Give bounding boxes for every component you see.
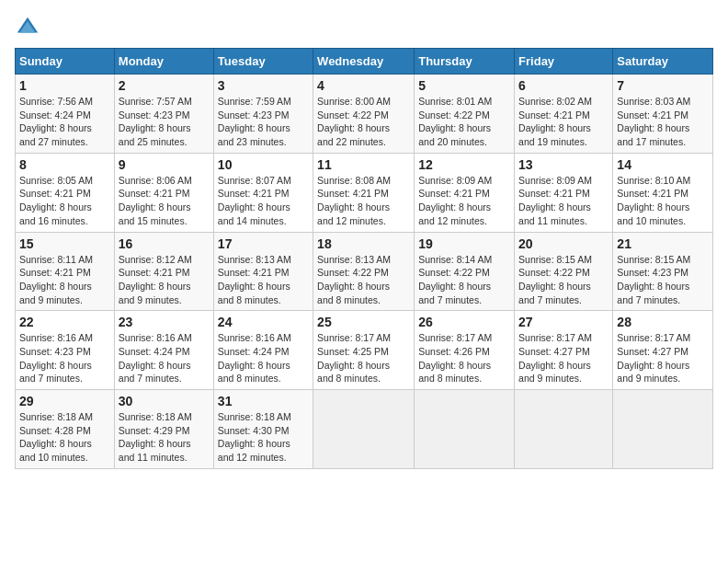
day-info: Sunrise: 8:16 AM Sunset: 4:23 PM Dayligh…: [19, 331, 110, 385]
calendar-cell: 31Sunrise: 8:18 AM Sunset: 4:30 PM Dayli…: [213, 390, 313, 469]
day-info: Sunrise: 8:13 AM Sunset: 4:21 PM Dayligh…: [218, 253, 309, 307]
day-number: 19: [418, 236, 510, 251]
calendar-cell: 5Sunrise: 8:01 AM Sunset: 4:22 PM Daylig…: [415, 75, 515, 154]
calendar-cell: 1Sunrise: 7:56 AM Sunset: 4:24 PM Daylig…: [16, 75, 115, 154]
day-number: 16: [119, 236, 210, 251]
day-info: Sunrise: 8:07 AM Sunset: 4:21 PM Dayligh…: [218, 174, 309, 228]
column-header-tuesday: Tuesday: [213, 49, 313, 75]
day-info: Sunrise: 8:18 AM Sunset: 4:30 PM Dayligh…: [218, 410, 309, 465]
day-info: Sunrise: 8:12 AM Sunset: 4:21 PM Dayligh…: [119, 253, 210, 307]
day-number: 1: [19, 78, 110, 93]
calendar-cell: 25Sunrise: 8:17 AM Sunset: 4:25 PM Dayli…: [313, 311, 415, 390]
day-info: Sunrise: 8:11 AM Sunset: 4:21 PM Dayligh…: [19, 253, 110, 307]
calendar-cell: 30Sunrise: 8:18 AM Sunset: 4:29 PM Dayli…: [114, 390, 213, 469]
calendar-cell: [415, 390, 515, 469]
day-info: Sunrise: 8:13 AM Sunset: 4:22 PM Dayligh…: [317, 253, 410, 307]
calendar-cell: 2Sunrise: 7:57 AM Sunset: 4:23 PM Daylig…: [114, 75, 213, 154]
day-number: 21: [617, 236, 709, 251]
day-info: Sunrise: 8:17 AM Sunset: 4:26 PM Dayligh…: [418, 331, 510, 385]
day-info: Sunrise: 8:05 AM Sunset: 4:21 PM Dayligh…: [19, 174, 110, 228]
day-number: 17: [218, 236, 309, 251]
calendar-cell: 15Sunrise: 8:11 AM Sunset: 4:21 PM Dayli…: [16, 232, 115, 311]
calendar-cell: 12Sunrise: 8:09 AM Sunset: 4:21 PM Dayli…: [415, 153, 515, 232]
calendar-cell: 26Sunrise: 8:17 AM Sunset: 4:26 PM Dayli…: [415, 311, 515, 390]
calendar-cell: 9Sunrise: 8:06 AM Sunset: 4:21 PM Daylig…: [114, 153, 213, 232]
calendar-cell: 28Sunrise: 8:17 AM Sunset: 4:27 PM Dayli…: [613, 311, 713, 390]
calendar-cell: 22Sunrise: 8:16 AM Sunset: 4:23 PM Dayli…: [16, 311, 115, 390]
logo: [15, 15, 44, 40]
day-info: Sunrise: 8:08 AM Sunset: 4:21 PM Dayligh…: [317, 174, 410, 228]
day-number: 12: [418, 157, 510, 172]
day-number: 14: [617, 157, 709, 172]
logo-icon: [15, 15, 40, 40]
day-number: 20: [518, 236, 609, 251]
column-header-friday: Friday: [515, 49, 613, 75]
calendar-cell: [313, 390, 415, 469]
day-info: Sunrise: 8:17 AM Sunset: 4:27 PM Dayligh…: [617, 331, 709, 385]
day-info: Sunrise: 8:18 AM Sunset: 4:29 PM Dayligh…: [119, 410, 210, 465]
day-info: Sunrise: 8:10 AM Sunset: 4:21 PM Dayligh…: [617, 174, 709, 228]
calendar-cell: 4Sunrise: 8:00 AM Sunset: 4:22 PM Daylig…: [313, 75, 415, 154]
column-header-monday: Monday: [114, 49, 213, 75]
calendar-cell: 16Sunrise: 8:12 AM Sunset: 4:21 PM Dayli…: [114, 232, 213, 311]
calendar-cell: [515, 390, 613, 469]
day-number: 3: [218, 78, 309, 93]
calendar-week-4: 22Sunrise: 8:16 AM Sunset: 4:23 PM Dayli…: [16, 311, 713, 390]
calendar-cell: 11Sunrise: 8:08 AM Sunset: 4:21 PM Dayli…: [313, 153, 415, 232]
column-header-saturday: Saturday: [613, 49, 713, 75]
day-number: 2: [119, 78, 210, 93]
column-header-wednesday: Wednesday: [313, 49, 415, 75]
column-header-sunday: Sunday: [16, 49, 115, 75]
day-info: Sunrise: 8:16 AM Sunset: 4:24 PM Dayligh…: [119, 331, 210, 385]
calendar-cell: 17Sunrise: 8:13 AM Sunset: 4:21 PM Dayli…: [213, 232, 313, 311]
day-info: Sunrise: 8:14 AM Sunset: 4:22 PM Dayligh…: [418, 253, 510, 307]
day-number: 22: [19, 315, 110, 329]
day-info: Sunrise: 8:01 AM Sunset: 4:22 PM Dayligh…: [418, 95, 510, 149]
day-number: 30: [119, 394, 210, 408]
calendar-week-1: 1Sunrise: 7:56 AM Sunset: 4:24 PM Daylig…: [16, 75, 713, 154]
calendar-cell: 23Sunrise: 8:16 AM Sunset: 4:24 PM Dayli…: [114, 311, 213, 390]
day-number: 4: [317, 78, 410, 93]
day-number: 10: [218, 157, 309, 172]
calendar-cell: 8Sunrise: 8:05 AM Sunset: 4:21 PM Daylig…: [16, 153, 115, 232]
day-info: Sunrise: 8:09 AM Sunset: 4:21 PM Dayligh…: [518, 174, 609, 228]
calendar-cell: 14Sunrise: 8:10 AM Sunset: 4:21 PM Dayli…: [613, 153, 713, 232]
day-info: Sunrise: 8:15 AM Sunset: 4:23 PM Dayligh…: [617, 253, 709, 307]
day-number: 28: [617, 315, 709, 329]
page-header: [15, 15, 713, 40]
day-number: 15: [19, 236, 110, 251]
day-number: 11: [317, 157, 410, 172]
calendar-cell: 21Sunrise: 8:15 AM Sunset: 4:23 PM Dayli…: [613, 232, 713, 311]
calendar-cell: 20Sunrise: 8:15 AM Sunset: 4:22 PM Dayli…: [515, 232, 613, 311]
day-info: Sunrise: 8:18 AM Sunset: 4:28 PM Dayligh…: [19, 410, 110, 465]
day-number: 9: [119, 157, 210, 172]
day-info: Sunrise: 8:17 AM Sunset: 4:27 PM Dayligh…: [518, 331, 609, 385]
calendar-cell: 27Sunrise: 8:17 AM Sunset: 4:27 PM Dayli…: [515, 311, 613, 390]
calendar-cell: 7Sunrise: 8:03 AM Sunset: 4:21 PM Daylig…: [613, 75, 713, 154]
calendar-cell: 3Sunrise: 7:59 AM Sunset: 4:23 PM Daylig…: [213, 75, 313, 154]
day-number: 7: [617, 78, 709, 93]
day-info: Sunrise: 8:16 AM Sunset: 4:24 PM Dayligh…: [218, 331, 309, 385]
day-number: 18: [317, 236, 410, 251]
calendar-cell: 24Sunrise: 8:16 AM Sunset: 4:24 PM Dayli…: [213, 311, 313, 390]
calendar-cell: 13Sunrise: 8:09 AM Sunset: 4:21 PM Dayli…: [515, 153, 613, 232]
calendar-cell: 6Sunrise: 8:02 AM Sunset: 4:21 PM Daylig…: [515, 75, 613, 154]
column-header-thursday: Thursday: [415, 49, 515, 75]
calendar-week-3: 15Sunrise: 8:11 AM Sunset: 4:21 PM Dayli…: [16, 232, 713, 311]
day-number: 5: [418, 78, 510, 93]
day-info: Sunrise: 8:00 AM Sunset: 4:22 PM Dayligh…: [317, 95, 410, 149]
day-number: 24: [218, 315, 309, 329]
day-number: 8: [19, 157, 110, 172]
calendar-cell: 19Sunrise: 8:14 AM Sunset: 4:22 PM Dayli…: [415, 232, 515, 311]
day-number: 13: [518, 157, 609, 172]
day-info: Sunrise: 8:09 AM Sunset: 4:21 PM Dayligh…: [418, 174, 510, 228]
calendar-week-2: 8Sunrise: 8:05 AM Sunset: 4:21 PM Daylig…: [16, 153, 713, 232]
calendar-cell: 18Sunrise: 8:13 AM Sunset: 4:22 PM Dayli…: [313, 232, 415, 311]
day-number: 27: [518, 315, 609, 329]
day-number: 26: [418, 315, 510, 329]
day-number: 6: [518, 78, 609, 93]
day-number: 25: [317, 315, 410, 329]
calendar-cell: 10Sunrise: 8:07 AM Sunset: 4:21 PM Dayli…: [213, 153, 313, 232]
day-info: Sunrise: 8:17 AM Sunset: 4:25 PM Dayligh…: [317, 331, 410, 385]
day-info: Sunrise: 7:57 AM Sunset: 4:23 PM Dayligh…: [119, 95, 210, 149]
